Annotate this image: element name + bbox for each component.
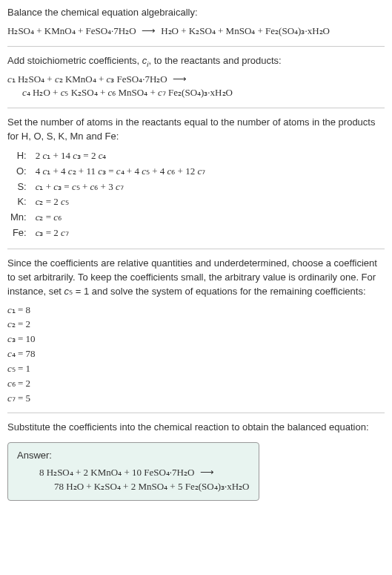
intro-products: H₂O + K₂SO₄ + MnSO₄ + Fe₂(SO₄)₃·xH₂O (161, 25, 330, 36)
step4-text: Substitute the coefficients into the che… (7, 421, 385, 435)
coeff-item: c₆ = 2 (7, 377, 385, 391)
coefficient-list: c₁ = 8 c₂ = 2 c₃ = 10 c₄ = 78 c₅ = 1 c₆ … (7, 303, 385, 406)
divider (7, 108, 385, 108)
step2-section: Set the number of atoms in the reactants… (7, 116, 385, 241)
intro-text: Balance the chemical equation algebraica… (7, 6, 385, 20)
step2-text: Set the number of atoms in the reactants… (7, 116, 385, 144)
table-row: Mn: c₂ = c₆ (7, 210, 208, 226)
coeff-item: c₄ = 78 (7, 347, 385, 361)
divider (7, 249, 385, 249)
element-label: O: (7, 164, 33, 180)
step1-left: c₁ H₂SO₄ + c₂ KMnO₄ + c₃ FeSO₄·7H₂O (7, 73, 167, 85)
intro-section: Balance the chemical equation algebraica… (7, 6, 385, 39)
element-equation: c₂ = c₆ (33, 210, 209, 226)
element-equation: c₂ = 2 c₅ (33, 194, 209, 210)
coeff-item: c₃ = 10 (7, 332, 385, 346)
coeff-item: c₇ = 5 (7, 392, 385, 406)
step1-section: Add stoichiometric coefficients, ci, to … (7, 54, 385, 101)
element-equation: 2 c₁ + 14 c₃ = 2 c₄ (33, 148, 209, 164)
step4-section: Substitute the coefficients into the che… (7, 421, 385, 500)
intro-equation: H₂SO₄ + KMnO₄ + FeSO₄·7H₂O ⟶ H₂O + K₂SO₄… (7, 24, 385, 39)
element-equation: c₃ = 2 c₇ (33, 226, 209, 241)
answer-box: Answer: 8 H₂SO₄ + 2 KMnO₄ + 10 FeSO₄·7H₂… (7, 442, 259, 501)
element-equation: 4 c₁ + 4 c₂ + 11 c₃ = c₄ + 4 c₅ + 4 c₆ +… (33, 164, 209, 180)
answer-right: 78 H₂O + K₂SO₄ + 2 MnSO₄ + 5 Fe₂(SO₄)₃·x… (54, 480, 250, 494)
table-row: K: c₂ = 2 c₅ (7, 194, 208, 210)
intro-reactants: H₂SO₄ + KMnO₄ + FeSO₄·7H₂O (7, 25, 136, 36)
element-label: Fe: (7, 226, 33, 241)
divider (7, 413, 385, 413)
answer-label: Answer: (17, 449, 250, 463)
arrow-icon: ⟶ (173, 73, 187, 87)
coeff-item: c₂ = 2 (7, 318, 385, 332)
arrow-icon: ⟶ (200, 466, 214, 480)
element-label: S: (7, 180, 33, 195)
coeff-item: c₅ = 1 (7, 362, 385, 376)
step1-equation: c₁ H₂SO₄ + c₂ KMnO₄ + c₃ FeSO₄·7H₂O ⟶ (7, 73, 385, 87)
coeff-item: c₁ = 8 (7, 303, 385, 318)
element-label: H: (7, 148, 33, 164)
step3-text: Since the coefficients are relative quan… (7, 257, 385, 299)
step3-section: Since the coefficients are relative quan… (7, 257, 385, 405)
answer-equation: 8 H₂SO₄ + 2 KMnO₄ + 10 FeSO₄·7H₂O ⟶ (39, 466, 250, 480)
table-row: H: 2 c₁ + 14 c₃ = 2 c₄ (7, 148, 208, 164)
table-row: O: 4 c₁ + 4 c₂ + 11 c₃ = c₄ + 4 c₅ + 4 c… (7, 164, 208, 180)
element-equation: c₁ + c₃ = c₅ + c₆ + 3 c₇ (33, 180, 209, 195)
element-label: K: (7, 194, 33, 210)
divider (7, 46, 385, 47)
step1-text: Add stoichiometric coefficients, ci, to … (7, 54, 385, 68)
atom-equations-table: H: 2 c₁ + 14 c₃ = 2 c₄ O: 4 c₁ + 4 c₂ + … (7, 148, 208, 241)
element-label: Mn: (7, 210, 33, 226)
table-row: S: c₁ + c₃ = c₅ + c₆ + 3 c₇ (7, 180, 208, 195)
step1-right: c₄ H₂O + c₅ K₂SO₄ + c₆ MnSO₄ + c₇ Fe₂(SO… (22, 86, 385, 100)
arrow-icon: ⟶ (142, 24, 156, 39)
table-row: Fe: c₃ = 2 c₇ (7, 226, 208, 241)
answer-left: 8 H₂SO₄ + 2 KMnO₄ + 10 FeSO₄·7H₂O (39, 467, 194, 478)
